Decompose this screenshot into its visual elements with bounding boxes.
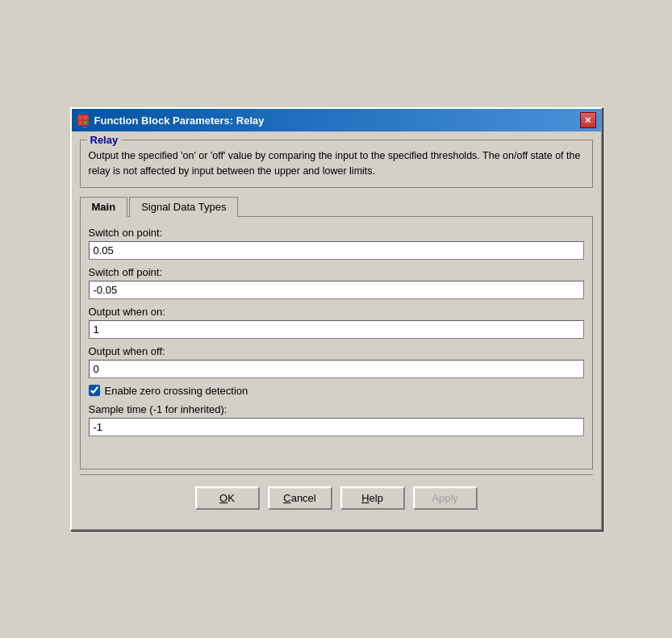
help-label: Help [361,492,383,504]
sample-time-group: Sample time (-1 for inherited): [89,403,584,436]
spacer [89,443,584,459]
switch-off-point-group: Switch off point: [89,266,584,299]
sample-time-input[interactable] [89,418,584,436]
zero-crossing-row: Enable zero crossing detection [89,385,584,397]
window-content: Relay Output the specified 'on' or 'off'… [72,131,601,529]
output-when-off-label: Output when off: [89,345,584,357]
switch-on-point-label: Switch on point: [89,227,584,239]
buttons-row: OK Cancel Help Apply [80,474,593,521]
output-when-on-input[interactable] [89,320,584,339]
tab-main[interactable]: Main [80,197,128,217]
tabs-container: Main Signal Data Types [80,196,593,216]
output-when-on-group: Output when on: [89,306,584,339]
title-bar: Function Block Parameters: Relay ✕ [72,109,601,131]
sample-time-label: Sample time (-1 for inherited): [89,403,584,415]
tab-content-main: Switch on point: Switch off point: Outpu… [80,216,593,469]
zero-crossing-label[interactable]: Enable zero crossing detection [105,385,248,397]
group-label: Relay [87,134,122,146]
main-window: Function Block Parameters: Relay ✕ Relay… [70,107,603,531]
tab-signal-data-types[interactable]: Signal Data Types [129,197,238,217]
output-when-off-input[interactable] [89,360,584,378]
close-button[interactable]: ✕ [580,112,596,128]
ok-button[interactable]: OK [195,486,260,510]
switch-off-point-input[interactable] [89,281,584,299]
description-group: Relay Output the specified 'on' or 'off'… [80,140,593,188]
svg-rect-3 [79,121,82,124]
ok-label: OK [219,492,235,504]
output-when-on-label: Output when on: [89,306,584,318]
window-title: Function Block Parameters: Relay [94,115,265,127]
apply-button[interactable]: Apply [413,486,478,510]
svg-rect-1 [79,116,82,119]
cancel-label: Cancel [283,492,315,504]
switch-on-point-group: Switch on point: [89,227,584,260]
svg-rect-4 [84,121,87,124]
apply-label: Apply [432,492,458,504]
output-when-off-group: Output when off: [89,345,584,378]
help-button[interactable]: Help [340,486,405,510]
app-icon [77,114,90,127]
zero-crossing-checkbox[interactable] [89,385,100,396]
cancel-button[interactable]: Cancel [268,486,332,510]
switch-off-point-label: Switch off point: [89,266,584,278]
svg-rect-2 [84,116,87,119]
description-text: Output the specified 'on' or 'off' value… [89,148,584,179]
switch-on-point-input[interactable] [89,241,584,260]
